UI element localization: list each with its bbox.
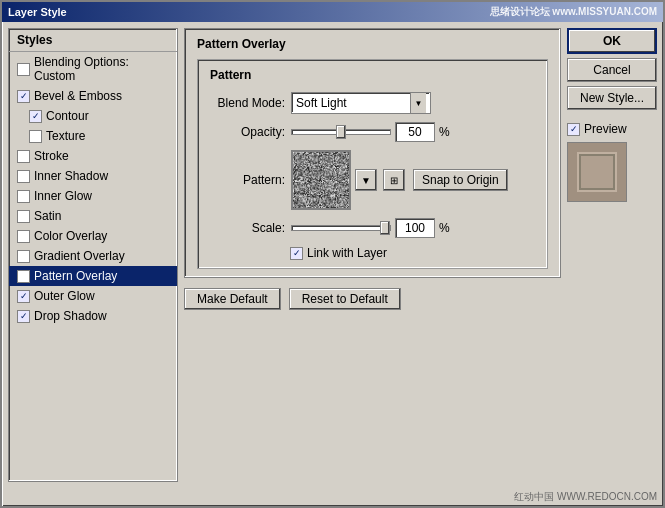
sidebar-item-label: Texture bbox=[46, 129, 85, 143]
title-bar-title: Layer Style bbox=[8, 6, 67, 18]
opacity-slider-container: % bbox=[291, 122, 450, 142]
sidebar-item-outer-glow[interactable]: Outer Glow bbox=[9, 286, 177, 306]
checkbox-gradient-overlay[interactable] bbox=[17, 250, 30, 263]
sidebar-item-label: Stroke bbox=[34, 149, 69, 163]
sidebar-item-label: Drop Shadow bbox=[34, 309, 107, 323]
sidebar-item-label: Bevel & Emboss bbox=[34, 89, 122, 103]
opacity-percent: % bbox=[439, 125, 450, 139]
sidebar-item-inner-shadow[interactable]: Inner Shadow bbox=[9, 166, 177, 186]
scale-input[interactable] bbox=[395, 218, 435, 238]
checkbox-satin[interactable] bbox=[17, 210, 30, 223]
blend-mode-label: Blend Mode: bbox=[210, 96, 285, 110]
pattern-settings-btn[interactable]: ⊞ bbox=[383, 169, 405, 191]
checkbox-texture[interactable] bbox=[29, 130, 42, 143]
dropdown-arrow-icon: ▼ bbox=[410, 93, 426, 113]
pattern-row: Pattern: ▼ ⊞ Snap to Origin bbox=[210, 150, 535, 210]
sidebar-item-gradient-overlay[interactable]: Gradient Overlay bbox=[9, 246, 177, 266]
sidebar-item-label: Gradient Overlay bbox=[34, 249, 125, 263]
link-layer-checkbox[interactable] bbox=[290, 247, 303, 260]
scale-label: Scale: bbox=[210, 221, 285, 235]
scale-row: Scale: % bbox=[210, 218, 535, 238]
pattern-thumb-container: ▼ ⊞ Snap to Origin bbox=[291, 150, 508, 210]
blend-mode-row: Blend Mode: Soft Light ▼ bbox=[210, 92, 535, 114]
checkbox-contour[interactable] bbox=[29, 110, 42, 123]
checkbox-outer-glow[interactable] bbox=[17, 290, 30, 303]
layer-style-window: Layer Style 思绪设计论坛 www.MISSYUAN.COM Styl… bbox=[0, 0, 665, 508]
sidebar-item-label: Pattern Overlay bbox=[34, 269, 117, 283]
opacity-slider-track[interactable] bbox=[291, 129, 391, 135]
checkbox-stroke[interactable] bbox=[17, 150, 30, 163]
scale-slider-thumb[interactable] bbox=[380, 221, 390, 235]
pattern-label: Pattern: bbox=[210, 173, 285, 187]
checkbox-inner-shadow[interactable] bbox=[17, 170, 30, 183]
sidebar-item-label: Color Overlay bbox=[34, 229, 107, 243]
styles-list: Blending Options: Custom Bevel & Emboss … bbox=[9, 52, 177, 326]
pattern-thumbnail[interactable] bbox=[291, 150, 351, 210]
opacity-label: Opacity: bbox=[210, 125, 285, 139]
right-panel: OK Cancel New Style... Preview bbox=[567, 28, 657, 482]
sidebar-item-inner-glow[interactable]: Inner Glow bbox=[9, 186, 177, 206]
title-bar-subtitle: 思绪设计论坛 www.MISSYUAN.COM bbox=[490, 5, 657, 19]
blend-mode-dropdown[interactable]: Soft Light ▼ bbox=[291, 92, 431, 114]
sidebar-item-label: Inner Glow bbox=[34, 189, 92, 203]
ok-button[interactable]: OK bbox=[567, 28, 657, 54]
sidebar-item-stroke[interactable]: Stroke bbox=[9, 146, 177, 166]
sidebar-item-label: Outer Glow bbox=[34, 289, 95, 303]
watermark: 红动中国 WWW.REDOCN.COM bbox=[2, 488, 663, 506]
checkbox-drop-shadow[interactable] bbox=[17, 310, 30, 323]
sidebar-item-blending-options[interactable]: Blending Options: Custom bbox=[9, 52, 177, 86]
new-style-button[interactable]: New Style... bbox=[567, 86, 657, 110]
opacity-row: Opacity: % bbox=[210, 122, 535, 142]
main-content: Styles Blending Options: Custom Bevel & … bbox=[2, 22, 663, 488]
pattern-overlay-box: Pattern Overlay Pattern Blend Mode: Soft… bbox=[184, 28, 561, 278]
styles-header: Styles bbox=[9, 29, 177, 52]
sidebar-item-drop-shadow[interactable]: Drop Shadow bbox=[9, 306, 177, 326]
opacity-input[interactable] bbox=[395, 122, 435, 142]
sidebar-item-contour[interactable]: Contour bbox=[9, 106, 177, 126]
title-bar: Layer Style 思绪设计论坛 www.MISSYUAN.COM bbox=[2, 2, 663, 22]
scale-percent: % bbox=[439, 221, 450, 235]
checkbox-blending-options[interactable] bbox=[17, 63, 30, 76]
cancel-button[interactable]: Cancel bbox=[567, 58, 657, 82]
checkbox-bevel-emboss[interactable] bbox=[17, 90, 30, 103]
scale-slider-track[interactable] bbox=[291, 225, 391, 231]
subsection-title: Pattern bbox=[210, 68, 535, 82]
sidebar-item-label: Satin bbox=[34, 209, 61, 223]
blend-mode-value: Soft Light bbox=[296, 96, 410, 110]
make-default-button[interactable]: Make Default bbox=[184, 288, 281, 310]
checkbox-inner-glow[interactable] bbox=[17, 190, 30, 203]
opacity-slider-thumb[interactable] bbox=[336, 125, 346, 139]
sidebar-item-color-overlay[interactable]: Color Overlay bbox=[9, 226, 177, 246]
sidebar-item-label: Blending Options: Custom bbox=[34, 55, 169, 83]
sidebar-item-texture[interactable]: Texture bbox=[9, 126, 177, 146]
reset-to-default-button[interactable]: Reset to Default bbox=[289, 288, 401, 310]
sidebar-item-satin[interactable]: Satin bbox=[9, 206, 177, 226]
scale-slider-container: % bbox=[291, 218, 450, 238]
snap-to-origin-button[interactable]: Snap to Origin bbox=[413, 169, 508, 191]
preview-thumbnail bbox=[567, 142, 627, 202]
pattern-dropdown-btn[interactable]: ▼ bbox=[355, 169, 377, 191]
left-panel: Styles Blending Options: Custom Bevel & … bbox=[8, 28, 178, 482]
sidebar-item-label: Contour bbox=[46, 109, 89, 123]
link-layer-label: Link with Layer bbox=[307, 246, 387, 260]
link-layer-row: Link with Layer bbox=[290, 246, 535, 260]
preview-box: Preview bbox=[567, 122, 657, 202]
sidebar-item-label: Inner Shadow bbox=[34, 169, 108, 183]
bottom-buttons: Make Default Reset to Default bbox=[184, 288, 561, 310]
sidebar-item-bevel-emboss[interactable]: Bevel & Emboss bbox=[9, 86, 177, 106]
section-title: Pattern Overlay bbox=[197, 37, 548, 51]
pattern-inner: Pattern Blend Mode: Soft Light ▼ Opacity… bbox=[197, 59, 548, 269]
checkbox-color-overlay[interactable] bbox=[17, 230, 30, 243]
sidebar-item-pattern-overlay[interactable]: Pattern Overlay bbox=[9, 266, 177, 286]
preview-checkbox[interactable] bbox=[567, 123, 580, 136]
checkbox-pattern-overlay[interactable] bbox=[17, 270, 30, 283]
preview-label-row: Preview bbox=[567, 122, 627, 136]
preview-label: Preview bbox=[584, 122, 627, 136]
center-panel: Pattern Overlay Pattern Blend Mode: Soft… bbox=[184, 28, 561, 482]
